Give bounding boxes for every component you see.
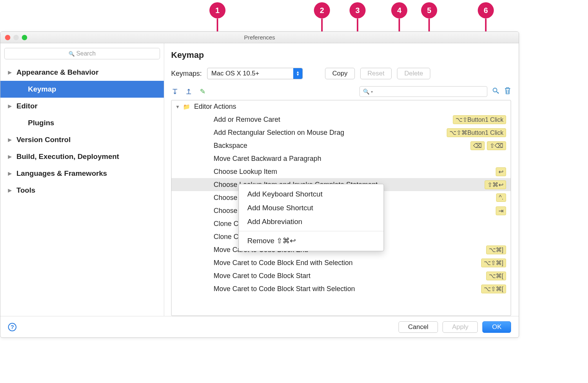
- dialog-footer: ? Cancel Apply OK: [0, 316, 519, 337]
- help-button[interactable]: ?: [8, 323, 16, 331]
- callout-2: 2: [314, 2, 330, 18]
- sidebar-item-keymap[interactable]: Keymap: [0, 81, 164, 98]
- sidebar-item-version-control[interactable]: ▶Version Control: [0, 131, 164, 148]
- action-row[interactable]: Choose Lookup Item↩: [172, 165, 511, 178]
- action-label: Add Rectangular Selection on Mouse Drag: [214, 129, 344, 137]
- shortcut-badge: ⇥: [496, 206, 506, 215]
- sidebar-item-label: Editor: [16, 102, 38, 110]
- sidebar-item-tools[interactable]: ▶Tools: [0, 182, 164, 199]
- shortcut-badge: ⌥⌘[: [486, 272, 506, 280]
- delete-button[interactable]: Delete: [397, 68, 430, 79]
- trash-icon[interactable]: [504, 87, 511, 97]
- action-row[interactable]: Add Rectangular Selection on Mouse Drag⌥…: [172, 126, 511, 139]
- shortcut-badge: ⌥⌘]: [486, 246, 506, 254]
- sidebar: Search ▶Appearance & BehaviorKeymap▶Edit…: [0, 43, 164, 316]
- collapse-all-icon[interactable]: [185, 88, 193, 95]
- copy-button[interactable]: Copy: [325, 68, 355, 79]
- ctx-add-mouse-shortcut[interactable]: Add Mouse Shortcut: [239, 201, 384, 215]
- shortcut-group: ↩: [496, 167, 506, 176]
- shortcut-group: ⌥⇧⌘]: [481, 259, 506, 267]
- keymap-select[interactable]: Mac OS X 10.5+ ▲▼: [207, 68, 303, 79]
- context-menu: Add Keyboard Shortcut Add Mouse Shortcut…: [238, 184, 384, 251]
- annotation-callouts: 1 2 3 4 5 6: [0, 0, 588, 34]
- action-row[interactable]: Move Caret to Code Block End with Select…: [172, 256, 511, 269]
- shortcut-badge: ⇧⌫: [487, 141, 506, 150]
- action-label: Move Caret Backward a Paragraph: [214, 155, 321, 163]
- shortcut-group: ⌥⌘]: [486, 246, 506, 254]
- action-label: Choose Lookup Item: [214, 168, 277, 176]
- cancel-button[interactable]: Cancel: [399, 321, 438, 333]
- sidebar-item-label: Tools: [16, 186, 35, 195]
- sidebar-item-languages-frameworks[interactable]: ▶Languages & Frameworks: [0, 165, 164, 182]
- sidebar-item-label: Languages & Frameworks: [16, 169, 107, 178]
- expand-all-icon[interactable]: [171, 88, 179, 95]
- shortcut-group: ⌫⇧⌫: [470, 141, 506, 150]
- shortcut-badge: ⌥⇧⌘]: [481, 259, 506, 267]
- search-input[interactable]: Search: [4, 48, 160, 59]
- action-row[interactable]: Move Caret Backward a Paragraph: [172, 152, 511, 165]
- reset-button[interactable]: Reset: [360, 68, 392, 79]
- action-label: Move Caret to Code Block End with Select…: [214, 259, 353, 267]
- disclosure-triangle-icon[interactable]: ▼: [175, 104, 180, 110]
- shortcut-group: ⌥⇧⌘[: [481, 285, 506, 293]
- shortcut-group: ⇥: [496, 206, 506, 215]
- apply-button[interactable]: Apply: [443, 321, 478, 333]
- page-title: Keymap: [171, 50, 511, 60]
- shortcut-badge: ⌥⇧⌘Button1 Click: [447, 128, 506, 137]
- sidebar-nav: ▶Appearance & BehaviorKeymap▶EditorPlugi…: [0, 63, 164, 316]
- shortcut-badge: ⇧⌘↩: [485, 180, 506, 189]
- tree-group-header[interactable]: ▼ 📁 Editor Actions: [172, 100, 511, 113]
- keymaps-label: Keymaps:: [171, 70, 202, 78]
- preferences-window: Preferences Search ▶Appearance & Behavio…: [0, 31, 519, 338]
- ctx-remove-shortcut[interactable]: Remove ⇧⌘↩: [239, 234, 384, 248]
- action-label: Move Caret to Code Block Start with Sele…: [214, 285, 355, 293]
- action-label: Add or Remove Caret: [214, 116, 280, 124]
- chevron-updown-icon: ▲▼: [293, 68, 302, 79]
- action-tree[interactable]: ▼ 📁 Editor Actions Add or Remove Caret⌥⇧…: [171, 100, 511, 316]
- ok-button[interactable]: OK: [482, 321, 511, 333]
- edit-icon[interactable]: ✎: [199, 88, 206, 95]
- sidebar-item-label: Keymap: [28, 85, 56, 93]
- disclosure-arrow-icon: ▶: [8, 171, 14, 176]
- main-panel: Keymap Keymaps: Mac OS X 10.5+ ▲▼ Copy R…: [164, 43, 519, 316]
- sidebar-item-appearance-behavior[interactable]: ▶Appearance & Behavior: [0, 64, 164, 81]
- sidebar-item-label: Build, Execution, Deployment: [16, 152, 119, 161]
- sidebar-item-build-execution-deployment[interactable]: ▶Build, Execution, Deployment: [0, 148, 164, 165]
- disclosure-arrow-icon: ▶: [8, 103, 14, 109]
- shortcut-group: ⌥⇧⌘Button1 Click: [447, 128, 506, 137]
- callout-1: 1: [209, 2, 225, 18]
- shortcut-badge: ^.: [496, 193, 506, 202]
- callout-6: 6: [478, 2, 494, 18]
- search-icon: 🔍: [363, 88, 369, 95]
- disclosure-arrow-icon: ▶: [8, 70, 14, 75]
- shortcut-group: ⌥⇧Button1 Click: [453, 115, 506, 124]
- action-row[interactable]: Backspace⌫⇧⌫: [172, 139, 511, 152]
- action-row[interactable]: Move Caret to Code Block Start with Sele…: [172, 282, 511, 295]
- callout-3: 3: [350, 2, 366, 18]
- shortcut-badge: ⌫: [470, 141, 485, 150]
- find-by-shortcut-icon[interactable]: [492, 87, 500, 97]
- shortcut-badge: ⌥⇧⌘[: [481, 285, 506, 293]
- shortcut-group: ⌥⌘[: [486, 272, 506, 280]
- disclosure-arrow-icon: ▶: [8, 154, 14, 159]
- ctx-add-keyboard-shortcut[interactable]: Add Keyboard Shortcut: [239, 187, 384, 201]
- disclosure-arrow-icon: ▶: [8, 188, 14, 193]
- callout-5: 5: [421, 2, 437, 18]
- sidebar-item-plugins[interactable]: Plugins: [0, 115, 164, 131]
- disclosure-arrow-icon: ▶: [8, 137, 14, 142]
- window-title: Preferences: [0, 34, 519, 41]
- callout-4: 4: [391, 2, 407, 18]
- shortcut-badge: ⌥⇧Button1 Click: [453, 115, 506, 124]
- sidebar-item-label: Plugins: [28, 119, 54, 127]
- folder-icon: 📁: [183, 103, 190, 110]
- action-row[interactable]: Move Caret to Code Block Start⌥⌘[: [172, 269, 511, 282]
- keymap-selected-value: Mac OS X 10.5+: [211, 70, 259, 77]
- ctx-add-abbreviation[interactable]: Add Abbreviation: [239, 215, 384, 229]
- tree-group-label: Editor Actions: [194, 103, 236, 111]
- keymap-search[interactable]: 🔍▾: [359, 86, 487, 97]
- svg-point-0: [493, 88, 497, 92]
- titlebar: Preferences: [0, 32, 519, 43]
- sidebar-item-editor[interactable]: ▶Editor: [0, 98, 164, 115]
- shortcut-badge: ↩: [496, 167, 506, 176]
- action-row[interactable]: Add or Remove Caret⌥⇧Button1 Click: [172, 113, 511, 126]
